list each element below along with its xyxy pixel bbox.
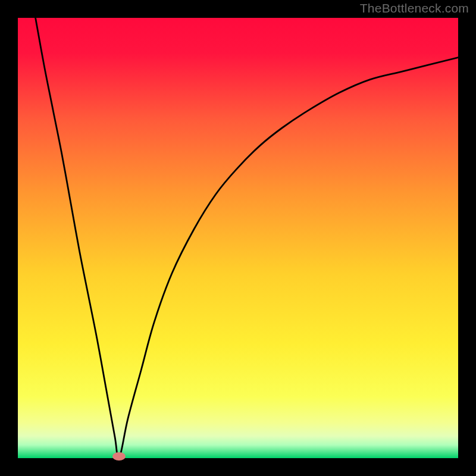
chart-svg (18, 18, 458, 458)
optimal-point-marker (112, 452, 126, 461)
watermark-text: TheBottleneck.com (360, 1, 469, 15)
heatmap-background (18, 18, 458, 458)
chart-container: TheBottleneck.com (0, 0, 476, 476)
plot-area (18, 18, 458, 458)
